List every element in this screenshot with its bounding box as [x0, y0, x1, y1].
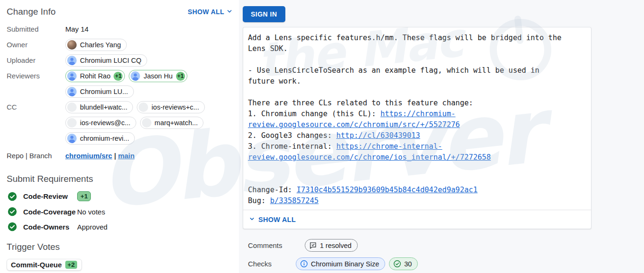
- empty-avatar: [142, 118, 151, 128]
- commit-message-line: review.googlesource.com/c/chromium/src/+…: [248, 119, 586, 130]
- commit-message-link[interactable]: b/335857245: [270, 196, 319, 205]
- requirement-row: Code-Review +1: [7, 191, 239, 201]
- cc-chip[interactable]: ios-reviews@c...: [65, 117, 136, 129]
- owner-row: Owner Charles Yang: [7, 39, 239, 51]
- check-circle-icon: [8, 192, 17, 201]
- change-info-title: Change Info: [7, 7, 56, 17]
- commit-message-link[interactable]: review.googlesource.com/c/chromium/src/+…: [248, 120, 460, 129]
- commit-message-link[interactable]: http://cl/630439013: [336, 131, 420, 140]
- info-icon: [300, 260, 308, 268]
- cc-name: blundell+watc...: [80, 103, 127, 111]
- commit-message-segment: future work.: [248, 77, 301, 85]
- repo-link[interactable]: chromium/src: [65, 152, 112, 160]
- commit-message-line: review.googlesource.com/c/chrome/ios_int…: [248, 152, 586, 163]
- submitted-label: Submitted: [7, 23, 65, 35]
- cc-name: ios-reviews@c...: [80, 119, 131, 127]
- cc-chip[interactable]: marq+watch...: [140, 117, 203, 129]
- commit-message-line: 3. Chrome-internal: https://chrome-inter…: [248, 141, 586, 152]
- check-circle-outline-icon: [393, 260, 401, 268]
- change-info-panel: Change Info SHOW ALL Submitted May 14 Ow…: [0, 0, 239, 273]
- repo-branch-label: Repo | Branch: [7, 150, 65, 162]
- commit-message-line: 1. Chromium change (this CL): https://ch…: [248, 109, 586, 119]
- submitted-value: May 14: [65, 23, 88, 35]
- commit-message-link[interactable]: https://chrome-internal-: [336, 142, 442, 151]
- cc-chip[interactable]: ios-reviews+c...: [137, 101, 204, 113]
- reviewer-chip[interactable]: Jason Hu +1: [129, 70, 187, 82]
- commit-queue-chip[interactable]: Commit-Queue +2: [7, 259, 82, 271]
- commit-message-line: Add a Lens specific features.h/mm. These…: [248, 33, 586, 43]
- cc-chip[interactable]: chromium-revi...: [65, 132, 135, 145]
- cc-label: CC: [7, 101, 65, 113]
- uploader-label: Uploader: [7, 54, 65, 67]
- commit-message-link[interactable]: review.googlesource.com/c/chrome/ios_int…: [248, 153, 491, 162]
- commit-message-line: future work.: [248, 76, 586, 87]
- comments-label: Comments: [248, 241, 296, 249]
- commit-message-segment: 2. Google3 changes:: [248, 131, 336, 140]
- requirement-vote-badge[interactable]: +1: [77, 191, 91, 201]
- sign-in-button[interactable]: SIGN IN: [243, 6, 285, 22]
- commit-message-segment: There are three CLs related to this feat…: [248, 99, 473, 107]
- person-icon: [67, 134, 77, 143]
- user-avatar: [67, 40, 77, 50]
- checks-row: Checks Chromium Binary Size 30: [243, 257, 637, 270]
- submit-requirements-title: Submit Requirements: [7, 174, 239, 184]
- person-icon: [67, 56, 77, 65]
- commit-message-panel: SIGN IN Add a Lens specific features.h/m…: [239, 0, 644, 273]
- owner-chip[interactable]: Charles Yang: [65, 39, 127, 51]
- requirement-value: Approved: [77, 223, 107, 231]
- commit-message-line: [248, 54, 586, 65]
- commit-message-line: 2. Google3 changes: http://cl/630439013: [248, 130, 586, 141]
- check-circle-icon: [8, 222, 17, 231]
- person-icon: [67, 87, 77, 96]
- commit-message-segment: - Use LensCircleToSearch as an example f…: [248, 66, 539, 75]
- show-all-label: SHOW ALL: [188, 8, 224, 16]
- empty-avatar: [139, 102, 148, 112]
- cc-chip[interactable]: blundell+watc...: [65, 101, 133, 113]
- cc-name: marq+watch...: [155, 119, 198, 127]
- empty-avatar: [67, 102, 77, 112]
- commit-message-line: [248, 163, 586, 174]
- reviewers-row: Reviewers Rohit Rao +1 Jason Hu: [7, 70, 239, 98]
- commit-queue-vote-badge: +2: [65, 261, 77, 269]
- reviewer-chip[interactable]: Rohit Rao +1: [65, 70, 125, 82]
- reviewer-name: Chromium LU...: [80, 88, 128, 95]
- comments-resolved-label: 1 resolved: [320, 242, 352, 249]
- check-chip-count[interactable]: 30: [389, 257, 418, 270]
- change-info-show-all-button[interactable]: SHOW ALL: [188, 8, 233, 16]
- commit-message-segment: 1. Chromium change (this CL):: [248, 110, 380, 118]
- commit-message-line: There are three CLs related to this feat…: [248, 98, 586, 109]
- commit-message-text: Add a Lens specific features.h/mm. These…: [243, 27, 591, 210]
- owner-label: Owner: [7, 39, 65, 51]
- commit-message-link[interactable]: I7310c4b551529b93609b45b84c4d042ed9a92ac…: [297, 186, 478, 194]
- uploader-name: Chromium LUCI CQ: [80, 57, 141, 64]
- vote-badge: +1: [176, 72, 185, 81]
- reviewers-label: Reviewers: [7, 70, 65, 82]
- commit-message-link[interactable]: https://chromium-: [380, 110, 456, 118]
- uploader-chip[interactable]: Chromium LUCI CQ: [65, 54, 147, 67]
- trigger-votes-title: Trigger Votes: [7, 242, 239, 252]
- owner-name: Charles Yang: [80, 41, 121, 49]
- commit-message-line: [248, 174, 586, 185]
- change-info-header: Change Info SHOW ALL: [7, 7, 233, 17]
- branch-link[interactable]: main: [118, 152, 134, 160]
- comments-resolved-chip[interactable]: 1 resolved: [305, 239, 358, 252]
- person-icon: [131, 71, 140, 81]
- chevron-down-icon: [226, 8, 233, 16]
- commit-message-segment: 3. Chrome-internal:: [248, 142, 336, 151]
- uploader-row: Uploader Chromium LUCI CQ: [7, 54, 239, 67]
- commit-queue-name: Commit-Queue: [11, 261, 62, 269]
- requirement-name: Code-Owners: [23, 223, 77, 231]
- reviewer-chip[interactable]: Chromium LU...: [65, 85, 134, 98]
- comments-row: Comments 1 resolved: [243, 239, 637, 252]
- check-chip-binary-size[interactable]: Chromium Binary Size: [296, 257, 385, 270]
- cc-row: CC blundell+watc... ios-reviews+c...: [7, 101, 239, 145]
- repo-branch-separator: |: [114, 152, 116, 160]
- requirement-row: Code-Owners Approved: [7, 222, 239, 231]
- page: Change Info SHOW ALL Submitted May 14 Ow…: [0, 0, 644, 273]
- commit-message-line: [248, 87, 586, 98]
- commit-message-show-all-button[interactable]: SHOW ALL: [243, 210, 591, 229]
- empty-avatar: [67, 118, 77, 128]
- commit-message-segment: Bug:: [248, 196, 270, 205]
- commit-message-box: Add a Lens specific features.h/mm. These…: [243, 27, 591, 229]
- requirement-value: No votes: [77, 208, 105, 216]
